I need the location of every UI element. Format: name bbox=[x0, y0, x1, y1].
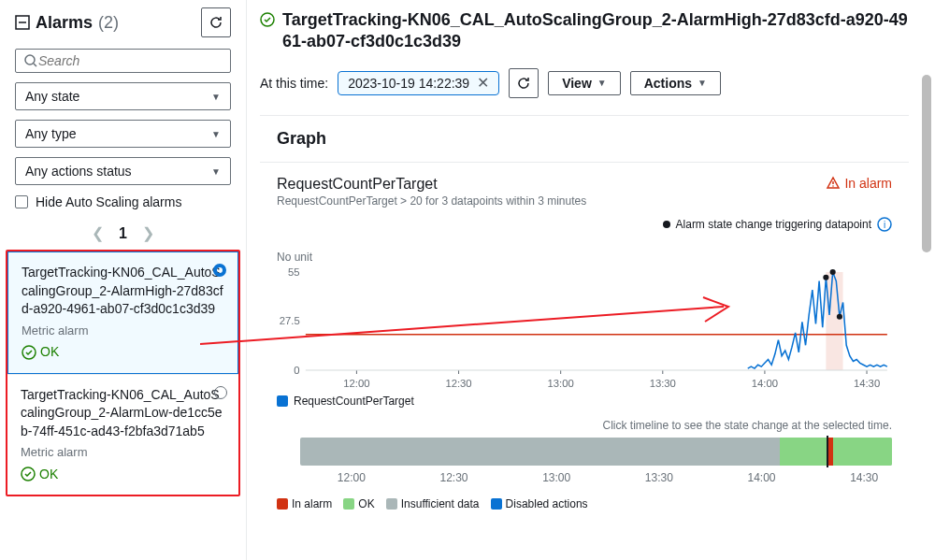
graph-panel: Graph RequestCountPerTarget RequestCount… bbox=[260, 115, 909, 524]
swatch-ok bbox=[343, 498, 354, 510]
svg-line-3 bbox=[34, 64, 36, 66]
chevron-down-icon: ▼ bbox=[211, 129, 221, 139]
alarm-list-item[interactable]: TargetTracking-KN06_CAL_AutoScalingGroup… bbox=[7, 374, 238, 495]
svg-text:14:30: 14:30 bbox=[854, 378, 880, 389]
svg-point-8 bbox=[833, 185, 835, 187]
svg-text:12:00: 12:00 bbox=[343, 378, 369, 389]
actions-button[interactable]: Actions ▼ bbox=[630, 71, 721, 95]
svg-text:13:30: 13:30 bbox=[650, 378, 676, 389]
refresh-graph-button[interactable] bbox=[509, 68, 539, 98]
timeline[interactable] bbox=[277, 438, 892, 466]
svg-point-30 bbox=[830, 269, 836, 275]
info-icon[interactable]: i bbox=[877, 217, 892, 232]
main: TargetTracking-KN06_CAL_AutoScalingGroup… bbox=[247, 0, 935, 560]
status-in-alarm: In alarm bbox=[826, 176, 892, 191]
collapse-icon[interactable] bbox=[15, 15, 30, 30]
chevron-down-icon: ▼ bbox=[698, 78, 707, 88]
svg-point-31 bbox=[837, 314, 842, 320]
toolbar: At this time: 2023-10-19 14:22:39 ✕ View… bbox=[260, 68, 909, 98]
pager: ❮ 1 ❯ bbox=[15, 224, 231, 242]
search-icon bbox=[23, 53, 38, 68]
chevron-down-icon: ▼ bbox=[597, 78, 607, 88]
view-button[interactable]: View ▼ bbox=[548, 71, 621, 95]
chevron-down-icon: ▼ bbox=[211, 166, 221, 177]
page-number: 1 bbox=[119, 225, 127, 242]
checkbox-icon bbox=[15, 195, 28, 208]
page-title: TargetTracking-KN06_CAL_AutoScalingGroup… bbox=[282, 9, 909, 53]
svg-text:13:00: 13:00 bbox=[548, 378, 574, 389]
alarms-label: Alarms bbox=[36, 13, 93, 33]
timeline-legend: In alarm OK Insufficient data Disabled a… bbox=[277, 497, 892, 510]
svg-text:0: 0 bbox=[294, 365, 299, 376]
swatch-disabled bbox=[491, 498, 502, 510]
radio-icon[interactable] bbox=[213, 264, 226, 277]
svg-text:27.5: 27.5 bbox=[280, 315, 300, 326]
alarm-name: TargetTracking-KN06_CAL_AutoScalingGroup… bbox=[21, 386, 225, 441]
trigger-legend: Alarm state change triggering datapoint … bbox=[277, 217, 892, 232]
alarm-list: TargetTracking-KN06_CAL_AutoScalingGroup… bbox=[6, 250, 240, 496]
ok-icon bbox=[21, 467, 36, 481]
svg-text:14:00: 14:00 bbox=[752, 378, 778, 389]
alarm-status: OK bbox=[21, 466, 225, 484]
alarms-count: (2) bbox=[98, 13, 119, 33]
sidebar-title: Alarms (2) bbox=[15, 13, 119, 33]
state-filter[interactable]: Any state ▼ bbox=[15, 82, 231, 110]
chart-unit: No unit bbox=[277, 251, 892, 264]
svg-text:55: 55 bbox=[288, 267, 300, 278]
actions-filter[interactable]: Any actions status ▼ bbox=[15, 157, 231, 185]
series-swatch bbox=[277, 395, 288, 407]
svg-text:12:30: 12:30 bbox=[445, 378, 471, 389]
svg-point-29 bbox=[823, 275, 828, 280]
swatch-insufficient bbox=[386, 498, 397, 510]
chart-legend: RequestCountPerTarget bbox=[277, 395, 892, 408]
at-this-time-label: At this time: bbox=[260, 76, 328, 91]
alarm-name: TargetTracking-KN06_CAL_AutoScalingGroup… bbox=[22, 264, 224, 319]
clear-timestamp-button[interactable]: ✕ bbox=[477, 76, 489, 91]
alarm-type: Metric alarm bbox=[22, 323, 224, 339]
prev-page-button[interactable]: ❮ bbox=[92, 224, 104, 242]
next-page-button[interactable]: ❯ bbox=[142, 224, 154, 242]
svg-rect-26 bbox=[826, 272, 842, 370]
alarm-condition: RequestCountPerTarget > 20 for 3 datapoi… bbox=[277, 194, 586, 208]
alarm-type: Metric alarm bbox=[21, 444, 225, 461]
refresh-icon bbox=[209, 15, 223, 30]
ok-icon bbox=[22, 345, 36, 360]
refresh-button[interactable] bbox=[201, 7, 231, 37]
sidebar: Alarms (2) Any state ▼ Any type ▼ Any ac… bbox=[0, 0, 247, 560]
timeline-note: Click timeline to see the state change a… bbox=[277, 419, 892, 432]
alarm-list-item[interactable]: TargetTracking-KN06_CAL_AutoScalingGroup… bbox=[7, 251, 238, 374]
refresh-icon bbox=[516, 76, 531, 91]
swatch-alarm bbox=[277, 498, 288, 510]
timestamp-pill[interactable]: 2023-10-19 14:22:39 ✕ bbox=[338, 71, 499, 95]
search-input-wrap[interactable] bbox=[15, 49, 231, 73]
svg-point-2 bbox=[25, 55, 35, 65]
ok-icon bbox=[260, 12, 275, 27]
svg-text:i: i bbox=[884, 220, 885, 230]
radio-icon[interactable] bbox=[214, 386, 227, 399]
type-filter[interactable]: Any type ▼ bbox=[15, 120, 231, 148]
main-header: TargetTracking-KN06_CAL_AutoScalingGroup… bbox=[260, 9, 909, 53]
chevron-down-icon: ▼ bbox=[211, 92, 221, 102]
hide-autoscaling-checkbox[interactable]: Hide Auto Scaling alarms bbox=[15, 194, 231, 209]
panel-title: Graph bbox=[260, 116, 909, 163]
search-input[interactable] bbox=[38, 53, 223, 68]
chart[interactable]: No unit 027.55512:0012:3013:0013:3014:00… bbox=[277, 251, 892, 510]
metric-name: RequestCountPerTarget bbox=[277, 176, 586, 193]
warning-icon bbox=[826, 176, 841, 191]
alarm-status: OK bbox=[22, 343, 224, 362]
scrollbar[interactable] bbox=[922, 75, 931, 252]
dot-icon bbox=[663, 221, 670, 228]
